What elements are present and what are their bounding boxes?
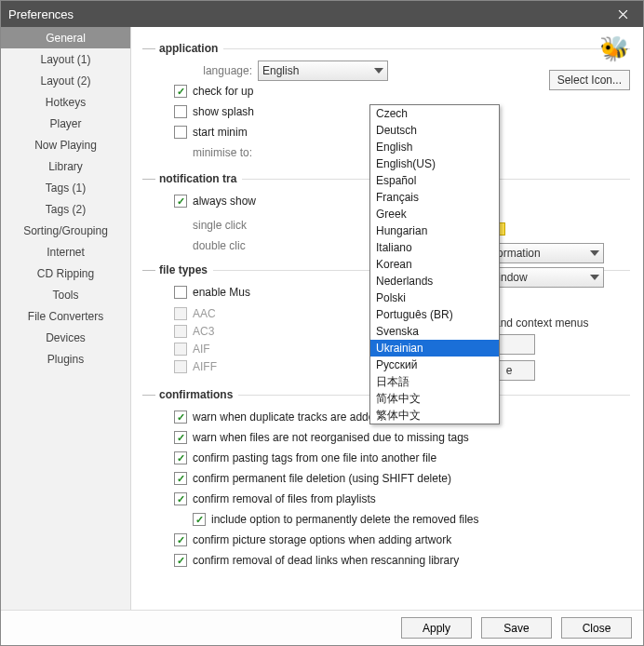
- preferences-window: Preferences GeneralLayout (1)Layout (2)H…: [0, 0, 644, 646]
- close-button[interactable]: Close: [561, 617, 632, 639]
- sidebar-item-sorting-grouping[interactable]: Sorting/Grouping: [1, 220, 130, 241]
- chevron-down-icon: [590, 250, 599, 256]
- sidebar-item-now-playing[interactable]: Now Playing: [1, 134, 130, 155]
- chevron-down-icon: [374, 68, 383, 74]
- save-button[interactable]: Save: [481, 617, 552, 639]
- language-option[interactable]: 繁体中文: [370, 407, 499, 424]
- language-option[interactable]: Deutsch: [370, 122, 499, 139]
- language-option[interactable]: Français: [370, 189, 499, 206]
- double-click-select[interactable]: Window: [483, 267, 604, 288]
- close-icon: [618, 9, 628, 20]
- footer: Apply Save Close: [1, 610, 643, 645]
- file-type-aac[interactable]: AAC: [174, 304, 239, 322]
- sidebar-item-layout-1-[interactable]: Layout (1): [1, 48, 130, 70]
- file-type-ac3[interactable]: AC3: [174, 322, 239, 340]
- app-icon: 🐝: [598, 33, 630, 64]
- show-splash-checkbox[interactable]: [174, 105, 187, 118]
- language-option[interactable]: 日本語: [370, 373, 499, 390]
- language-option[interactable]: English: [370, 139, 499, 155]
- language-option[interactable]: Korean: [370, 256, 499, 273]
- confirm-c7-checkbox[interactable]: [174, 554, 187, 567]
- language-option[interactable]: Русский: [370, 357, 499, 373]
- language-option[interactable]: Ukrainian: [370, 340, 499, 357]
- select-icon-button[interactable]: Select Icon...: [549, 70, 630, 90]
- window-title: Preferences: [8, 7, 74, 21]
- sidebar-item-layout-2-[interactable]: Layout (2): [1, 70, 130, 91]
- file-type-checkbox[interactable]: [174, 307, 187, 320]
- titlebar: Preferences: [1, 1, 643, 27]
- enable-assoc-checkbox[interactable]: [174, 286, 187, 299]
- sidebar: GeneralLayout (1)Layout (2)HotkeysPlayer…: [1, 27, 131, 610]
- confirm-c6-checkbox[interactable]: [174, 533, 187, 546]
- file-type-checkbox[interactable]: [174, 343, 187, 356]
- language-option[interactable]: Italiano: [370, 239, 499, 256]
- chevron-down-icon: [590, 275, 599, 280]
- file-type-checkbox[interactable]: [174, 360, 187, 373]
- language-option[interactable]: Português (BR): [370, 306, 499, 323]
- apply-button[interactable]: Apply: [401, 617, 472, 639]
- confirm-c4-checkbox[interactable]: [174, 472, 187, 485]
- sidebar-item-tags-2-[interactable]: Tags (2): [1, 198, 130, 220]
- confirm-c5-checkbox[interactable]: [174, 492, 187, 505]
- file-type-aiff[interactable]: AIFF: [174, 357, 239, 375]
- language-dropdown-list[interactable]: CzechDeutschEnglishEnglish(US)EspañolFra…: [369, 104, 500, 424]
- language-option[interactable]: English(US): [370, 155, 499, 172]
- confirm-c5a-checkbox[interactable]: [193, 513, 206, 526]
- language-option[interactable]: Greek: [370, 206, 499, 222]
- confirm-c2-checkbox[interactable]: [174, 431, 187, 444]
- sidebar-item-cd-ripping[interactable]: CD Ripping: [1, 262, 130, 284]
- window-close-button[interactable]: [602, 1, 643, 27]
- file-type-checkbox[interactable]: [174, 325, 187, 338]
- language-option[interactable]: Polski: [370, 289, 499, 306]
- sidebar-item-internet[interactable]: Internet: [1, 241, 130, 262]
- language-select[interactable]: English: [258, 61, 388, 81]
- sidebar-item-tools[interactable]: Tools: [1, 284, 130, 305]
- language-option[interactable]: Español: [370, 172, 499, 189]
- body: GeneralLayout (1)Layout (2)HotkeysPlayer…: [1, 27, 643, 610]
- single-click-select[interactable]: nformation: [483, 243, 604, 263]
- file-type-aif[interactable]: AIF: [174, 340, 239, 357]
- sidebar-item-general[interactable]: General: [1, 27, 130, 48]
- language-option[interactable]: Czech: [370, 105, 499, 122]
- content-panel: 🐝 Select Icon... application language: E…: [131, 27, 643, 610]
- sidebar-item-plugins[interactable]: Plugins: [1, 348, 130, 370]
- start-min-checkbox[interactable]: [174, 126, 187, 139]
- check-updates-checkbox[interactable]: [174, 85, 187, 98]
- sidebar-item-player[interactable]: Player: [1, 113, 130, 134]
- confirm-c1-checkbox[interactable]: [174, 410, 187, 424]
- sidebar-item-hotkeys[interactable]: Hotkeys: [1, 91, 130, 113]
- language-option[interactable]: Svenska: [370, 323, 499, 340]
- always-show-checkbox[interactable]: [174, 195, 187, 208]
- language-option[interactable]: 简体中文: [370, 390, 499, 407]
- icon-section: 🐝 Select Icon...: [549, 33, 630, 90]
- sidebar-item-file-converters[interactable]: File Converters: [1, 305, 130, 327]
- language-option[interactable]: Hungarian: [370, 222, 499, 239]
- sidebar-item-library[interactable]: Library: [1, 155, 130, 177]
- sidebar-item-tags-1-[interactable]: Tags (1): [1, 177, 130, 198]
- sidebar-item-devices[interactable]: Devices: [1, 327, 130, 348]
- language-label: language:: [174, 64, 252, 77]
- confirm-c3-checkbox[interactable]: [174, 451, 187, 464]
- language-option[interactable]: Nederlands: [370, 273, 499, 289]
